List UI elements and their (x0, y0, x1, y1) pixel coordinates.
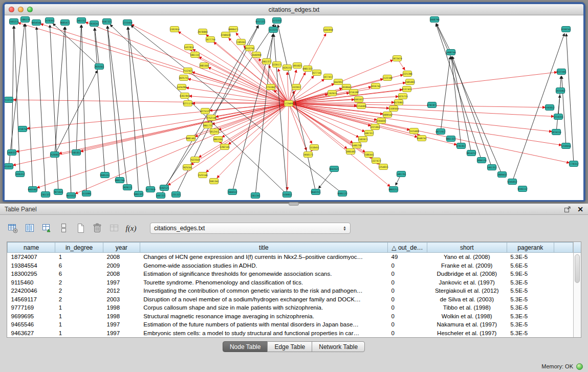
network-node[interactable]: 2078804 (198, 29, 208, 35)
network-edge[interactable] (55, 71, 97, 155)
cell-name[interactable]: 19384554 (8, 261, 55, 270)
network-node[interactable]: 7871631 (53, 189, 63, 195)
cell-year[interactable]: 2008 (103, 270, 140, 278)
network-node[interactable]: 6871917 (435, 129, 446, 135)
cell-name[interactable]: 9777169 (8, 303, 55, 312)
network-node[interactable]: 1437814 (184, 45, 194, 50)
table-settings-button[interactable] (7, 222, 19, 235)
network-node[interactable]: 4275121 (200, 108, 210, 114)
cell-blank[interactable] (554, 270, 573, 278)
table-row[interactable]: 1872400712008Changes of HCN gene express… (8, 253, 573, 261)
cell-in_degree[interactable]: 2 (55, 295, 103, 303)
network-node[interactable]: 9159741 (561, 27, 571, 32)
network-node[interactable]: 1770312 (569, 161, 579, 167)
cell-blank[interactable] (554, 287, 573, 295)
network-node[interactable]: 8791971 (427, 102, 437, 108)
cell-in_degree[interactable]: 1 (55, 303, 103, 312)
network-node[interactable]: 8512741 (245, 46, 255, 51)
cell-out_degree[interactable]: 0 (388, 278, 427, 286)
network-node[interactable]: 1215450 (122, 20, 133, 26)
column-header-out_degree[interactable]: △ out_de… (388, 243, 427, 253)
network-node[interactable]: 1077417 (323, 74, 333, 80)
network-node[interactable]: 3061731 (203, 123, 213, 128)
network-edge[interactable] (81, 103, 289, 151)
network-node[interactable]: 1518451 (309, 145, 319, 150)
network-edge[interactable] (50, 25, 58, 192)
network-node[interactable]: 9465462 (28, 187, 38, 192)
cell-pagerank[interactable]: 5.9E-5 (507, 270, 554, 278)
network-node[interactable]: 1415462 (555, 88, 565, 94)
network-node[interactable]: 1977754 (205, 37, 215, 42)
cell-short[interactable]: Tibbo et al. (1998) (427, 303, 507, 312)
network-node[interactable]: 7025341 (182, 165, 192, 170)
network-node[interactable]: 9605471 (60, 20, 70, 26)
network-node[interactable]: 1069432 (497, 172, 507, 178)
table-row[interactable]: 1938455462009Genome-wide association stu… (8, 261, 573, 270)
network-node[interactable]: 1154469 (356, 103, 366, 109)
network-node[interactable]: 7485083 (405, 79, 415, 85)
network-node[interactable]: 8271176 (183, 101, 193, 106)
cell-out_degree[interactable]: 0 (388, 270, 427, 278)
cell-out_degree[interactable]: 0 (388, 320, 427, 329)
network-node[interactable]: 1973474 (392, 56, 402, 61)
table-row[interactable]: 2242004622012Investigating the contribut… (8, 287, 573, 295)
network-node[interactable]: 1812411 (209, 129, 220, 135)
network-node[interactable]: 1074114 (551, 129, 561, 135)
cell-blank[interactable] (554, 278, 573, 286)
network-edge[interactable] (12, 26, 14, 152)
column-header-in_degree[interactable]: in_degree (55, 243, 103, 253)
cell-short[interactable]: Franke et al. (2009) (427, 261, 507, 270)
table-row[interactable]: 969969511998Structural magnetic resonanc… (8, 312, 573, 320)
cell-year[interactable]: 1997 (103, 329, 140, 337)
network-node[interactable]: 9316911 (5, 164, 14, 169)
table-row[interactable]: 946362711997Embryonic stem cells: a mode… (8, 329, 573, 337)
network-node[interactable]: 9245012 (507, 179, 517, 185)
network-node[interactable]: 1122106 (382, 75, 393, 81)
network-node[interactable]: 7929171 (122, 185, 133, 190)
cell-name[interactable]: 22420046 (8, 287, 55, 295)
network-graph[interactable]: 1724091181914207880419777548099471143781… (5, 15, 583, 200)
network-node[interactable]: 1495758 (352, 143, 362, 148)
cell-out_degree[interactable]: 49 (388, 253, 427, 261)
network-edge[interactable] (212, 103, 289, 124)
scrollbar-thumb[interactable] (575, 254, 580, 283)
network-node[interactable]: 1185561 (236, 39, 246, 45)
new-table-button[interactable] (74, 222, 86, 235)
cell-pagerank[interactable]: 5.3E-5 (507, 295, 554, 303)
network-node[interactable]: 1586441 (364, 152, 374, 158)
network-node[interactable]: 1875715 (398, 94, 408, 99)
network-node[interactable]: 1089542 (382, 112, 393, 118)
table-source-select[interactable]: citations_edges.txt ▲▼ (150, 223, 351, 234)
network-node[interactable]: 2081602 (199, 63, 209, 69)
table-scrollbar[interactable] (573, 242, 581, 337)
network-node[interactable]: 1601627 (354, 97, 364, 102)
function-builder-button[interactable]: f(x) (125, 222, 137, 235)
network-node[interactable]: 1210754 (17, 126, 28, 132)
network-node[interactable]: 1523146 (198, 172, 208, 178)
cell-in_degree[interactable]: 6 (55, 270, 103, 278)
network-node[interactable]: 1221396 (402, 71, 412, 77)
minimize-window-button[interactable] (18, 7, 24, 12)
network-edge[interactable] (16, 103, 289, 151)
network-node[interactable]: 1282145 (220, 144, 230, 150)
network-node[interactable]: 9107321 (102, 19, 112, 25)
cell-short[interactable]: Jankovic et al. (1997) (427, 278, 507, 286)
cell-out_degree[interactable]: 0 (388, 312, 427, 320)
network-node[interactable]: 9861321 (446, 136, 456, 142)
cell-pagerank[interactable]: 5.3E-5 (507, 303, 554, 312)
delete-table-button[interactable] (91, 222, 103, 235)
cell-out_degree[interactable]: 0 (388, 329, 427, 337)
network-node[interactable]: 1077919 (145, 187, 156, 192)
network-node[interactable]: 3221061 (370, 124, 380, 130)
network-node[interactable]: 1697317 (364, 130, 374, 136)
network-node[interactable]: 8137431 (402, 86, 412, 92)
cell-title[interactable]: Structural magnetic resonance image aver… (140, 312, 387, 320)
cell-short[interactable]: Yano et al. (2008) (427, 253, 507, 261)
cell-out_degree[interactable]: 0 (388, 287, 427, 295)
column-header-pagerank[interactable]: pagerank (507, 243, 554, 253)
network-edge[interactable] (287, 72, 289, 103)
cell-title[interactable]: Corpus callosum shape and size in male p… (140, 303, 387, 312)
cell-in_degree[interactable]: 6 (55, 261, 103, 270)
cell-out_degree[interactable]: 0 (388, 295, 427, 303)
cell-pagerank[interactable]: 5.3E-5 (507, 253, 554, 261)
